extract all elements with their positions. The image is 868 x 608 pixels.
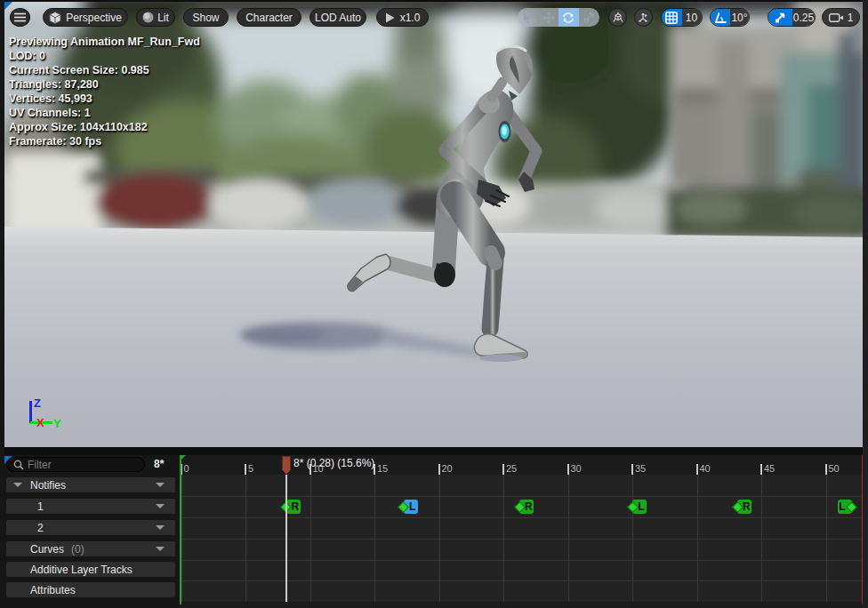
svg-text:Z: Z (34, 396, 41, 410)
svg-text:X: X (36, 416, 44, 429)
svg-text:Y: Y (53, 417, 61, 430)
